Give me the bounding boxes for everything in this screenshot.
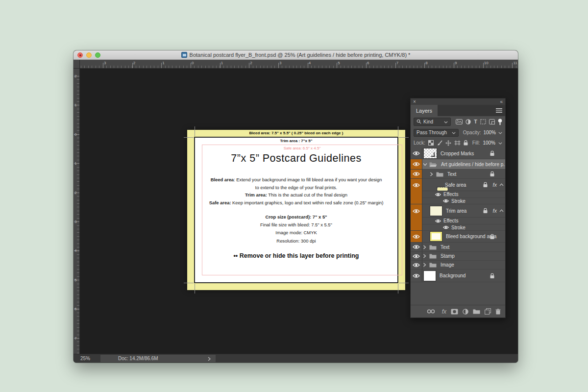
chevron-down-icon[interactable] bbox=[498, 140, 502, 146]
status-expand-icon[interactable] bbox=[208, 357, 211, 362]
layer-name[interactable]: Stroke bbox=[451, 198, 466, 204]
visibility-toggle-eye-icon[interactable] bbox=[411, 179, 422, 191]
lock-transparent-pixels-icon[interactable] bbox=[428, 140, 434, 146]
type-layers-filter-icon[interactable]: T bbox=[474, 119, 477, 124]
panel-close-button[interactable]: × bbox=[413, 99, 416, 104]
tab-layers[interactable]: Layers bbox=[411, 105, 438, 116]
layer-row-image[interactable]: Image bbox=[411, 261, 505, 270]
visibility-toggle-eye-icon[interactable] bbox=[411, 270, 422, 282]
layer-row-content[interactable]: Stamp bbox=[422, 252, 505, 261]
chevron-right-icon[interactable] bbox=[423, 263, 426, 267]
filter-kind-select[interactable]: Kind bbox=[414, 118, 451, 126]
effect-visibility-eye-icon[interactable] bbox=[443, 199, 449, 203]
layer-row-trim-area[interactable]: Trim areafx bbox=[411, 204, 505, 218]
layer-thumbnail-bleed[interactable] bbox=[430, 232, 442, 241]
layer-row-background[interactable]: Background bbox=[411, 270, 505, 282]
horizontal-ruler[interactable]: 32101234567891011 bbox=[80, 60, 518, 69]
lock-all-icon[interactable] bbox=[464, 140, 468, 146]
smart-objects-filter-icon[interactable] bbox=[489, 119, 495, 124]
adjustment-layers-filter-icon[interactable] bbox=[466, 119, 471, 124]
panel-menu-icon[interactable] bbox=[496, 108, 502, 113]
layer-row-stamp[interactable]: Stamp bbox=[411, 252, 505, 261]
layer-row-content[interactable]: Art guidelines / hide before p... bbox=[422, 159, 505, 170]
chevron-right-icon[interactable] bbox=[430, 172, 433, 176]
link-layers-icon[interactable] bbox=[427, 309, 435, 314]
layer-name[interactable]: Image bbox=[441, 262, 454, 268]
layer-name[interactable]: Effects bbox=[443, 218, 458, 223]
vertical-ruler[interactable]: 2101234567 bbox=[74, 69, 80, 354]
layer-name[interactable]: Text bbox=[447, 172, 456, 177]
add-layer-mask-icon[interactable] bbox=[451, 309, 458, 315]
fill-value[interactable]: 100% bbox=[483, 140, 495, 146]
layer-name[interactable]: Stroke bbox=[451, 225, 466, 230]
layer-row-effects[interactable]: Effects bbox=[411, 191, 505, 198]
layer-row-content[interactable]: Text bbox=[422, 243, 505, 252]
lock-image-pixels-icon[interactable] bbox=[437, 140, 442, 146]
layer-name[interactable]: Safe area bbox=[445, 182, 466, 188]
layer-name[interactable]: Bleed background area bbox=[446, 234, 496, 239]
visibility-toggle-eye-icon[interactable] bbox=[411, 243, 422, 252]
layer-row-safe-area[interactable]: Safe areafx bbox=[411, 179, 505, 191]
layer-row-content[interactable]: Stroke bbox=[422, 198, 505, 204]
layer-name[interactable]: Text bbox=[441, 245, 449, 250]
layer-thumbnail-safe[interactable] bbox=[437, 187, 448, 191]
chevron-right-icon[interactable] bbox=[423, 245, 426, 249]
visibility-toggle-eye-icon[interactable] bbox=[411, 231, 422, 243]
visibility-toggle-eye-icon[interactable] bbox=[411, 148, 422, 159]
panel-collapse-button[interactable]: « bbox=[500, 99, 503, 104]
shape-layers-filter-icon[interactable] bbox=[480, 119, 486, 124]
new-adjustment-layer-icon[interactable] bbox=[463, 309, 468, 315]
layer-row-cropped-marks[interactable]: Cropped Marks bbox=[411, 148, 505, 159]
chevron-down-icon[interactable] bbox=[423, 163, 427, 166]
layer-row-content[interactable]: Effects bbox=[422, 191, 505, 198]
close-window-button[interactable] bbox=[77, 52, 83, 58]
filter-toggle-icon[interactable] bbox=[498, 119, 502, 125]
delete-layer-icon[interactable] bbox=[495, 309, 501, 315]
zoom-level-field[interactable]: 25% bbox=[80, 356, 99, 361]
layer-name[interactable]: Art guidelines / hide before p... bbox=[441, 162, 505, 167]
collapse-effects-icon[interactable] bbox=[499, 209, 504, 212]
layer-name[interactable]: Stamp bbox=[441, 253, 455, 259]
layer-style-icon[interactable]: fx bbox=[442, 309, 446, 315]
chevron-right-icon[interactable] bbox=[423, 254, 426, 258]
postcard-document[interactable]: Bleed area: 7.5" x 5.5" ( 0.25" bleed on… bbox=[187, 130, 405, 290]
effect-visibility-eye-icon[interactable] bbox=[435, 193, 441, 196]
effect-visibility-eye-icon[interactable] bbox=[443, 225, 449, 229]
layer-name[interactable]: Effects bbox=[443, 192, 458, 197]
layer-row-content[interactable]: Trim areafx bbox=[422, 204, 505, 218]
layer-name[interactable]: Background bbox=[440, 273, 466, 278]
visibility-toggle-eye-icon[interactable] bbox=[411, 204, 422, 218]
layer-row-content[interactable]: Cropped Marks bbox=[422, 148, 505, 159]
pixel-layers-filter-icon[interactable] bbox=[456, 119, 463, 124]
layer-row-bleed-background-area[interactable]: Bleed background area bbox=[411, 231, 505, 243]
lock-artboard-icon[interactable] bbox=[454, 140, 461, 146]
layer-row-stroke[interactable]: Stroke bbox=[411, 224, 505, 231]
layer-row-content[interactable]: Effects bbox=[422, 218, 505, 224]
minimize-window-button[interactable] bbox=[86, 52, 92, 58]
layer-row-effects[interactable]: Effects bbox=[411, 218, 505, 224]
visibility-toggle-eye-icon[interactable] bbox=[411, 252, 422, 261]
opacity-value[interactable]: 100% bbox=[483, 130, 496, 135]
layer-row-content[interactable]: Background bbox=[422, 270, 505, 282]
chevron-down-icon[interactable] bbox=[498, 130, 502, 135]
layer-thumbnail-checker[interactable] bbox=[424, 148, 437, 158]
layer-row-content[interactable]: Image bbox=[422, 261, 505, 270]
visibility-toggle-eye-icon[interactable] bbox=[411, 261, 422, 270]
layer-thumbnail-white[interactable] bbox=[424, 271, 436, 281]
layer-name[interactable]: Trim area bbox=[446, 208, 466, 214]
zoom-window-button[interactable] bbox=[95, 52, 100, 58]
layer-row-stroke[interactable]: Stroke bbox=[411, 198, 505, 204]
visibility-toggle-eye-icon[interactable] bbox=[411, 159, 422, 170]
lock-position-icon[interactable] bbox=[445, 140, 451, 146]
layer-row-art-guidelines-hide-before-p[interactable]: Art guidelines / hide before p... bbox=[411, 159, 505, 170]
collapse-effects-icon[interactable] bbox=[499, 183, 504, 186]
layer-row-text[interactable]: Text bbox=[411, 170, 505, 179]
layer-row-content[interactable]: Bleed background area bbox=[422, 231, 505, 243]
layer-name[interactable]: Cropped Marks bbox=[441, 151, 474, 156]
layer-row-content[interactable]: Stroke bbox=[422, 224, 505, 231]
new-layer-icon[interactable] bbox=[485, 308, 491, 315]
visibility-toggle-eye-icon[interactable] bbox=[411, 170, 422, 179]
effect-visibility-eye-icon[interactable] bbox=[435, 219, 441, 223]
new-group-icon[interactable] bbox=[473, 309, 480, 314]
layer-row-text[interactable]: Text bbox=[411, 243, 505, 252]
